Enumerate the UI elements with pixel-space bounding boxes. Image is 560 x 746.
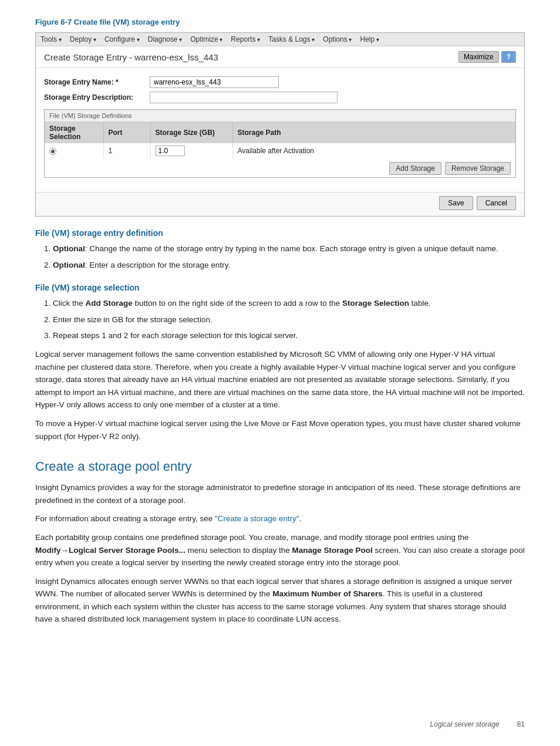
table-cell-size[interactable] (150, 143, 232, 158)
pool-para-2: For information about creating a storage… (35, 512, 525, 525)
menu-deploy[interactable]: Deploy (70, 35, 96, 43)
dialog-box: Tools Deploy Configure Diagnose Optimize… (35, 32, 525, 217)
storage-entry-name-row: Storage Entry Name: * (44, 76, 516, 88)
size-input[interactable] (156, 146, 185, 156)
para-hyper-v-1: Logical server management follows the sa… (35, 348, 525, 411)
file-vm-definition-list: Optional: Change the name of the storage… (35, 242, 525, 271)
pool-para-3-bold2: Logical Server Storage Pools... (69, 546, 185, 555)
selection-bold-1b: Storage Selection (342, 299, 409, 308)
table-cell-path: Available after Activation (232, 143, 515, 158)
file-vm-selection-heading: File (VM) storage selection (35, 283, 525, 292)
optional-bold-2: Optional (53, 261, 85, 269)
menu-help[interactable]: Help (360, 35, 379, 43)
pool-para-4-bold: Maximum Number of Sharers (272, 589, 383, 598)
selection-text-3: Repeat steps 1 and 2 for each storage se… (53, 331, 298, 340)
col-storage-size: Storage Size (GB) (150, 122, 232, 143)
pool-para-3-text: Each portability group contains one pred… (35, 533, 469, 542)
storage-entry-description-row: Storage Entry Description: (44, 92, 516, 103)
col-port: Port (103, 122, 150, 143)
create-storage-entry-link[interactable]: "Create a storage entry" (215, 514, 299, 523)
dialog-body: Storage Entry Name: * Storage Entry Desc… (36, 68, 524, 192)
menu-optimize[interactable]: Optimize (190, 35, 222, 43)
table-cell-port: 1 (103, 143, 150, 158)
selection-text-1a: Click the (53, 299, 86, 308)
chapter-heading-storage-pool: Create a storage pool entry (35, 459, 525, 474)
selection-text-1c: table. (409, 299, 431, 308)
help-button[interactable]: ? (501, 51, 516, 63)
maximize-button[interactable]: Maximize (458, 51, 499, 63)
dialog-header-buttons: Maximize ? (458, 51, 516, 63)
pool-para-3: Each portability group contains one pred… (35, 531, 525, 569)
remove-storage-button[interactable]: Remove Storage (445, 162, 511, 175)
optional-bold-1: Optional (53, 244, 85, 253)
col-storage-selection: Storage Selection (45, 122, 103, 143)
storage-entry-description-label: Storage Entry Description: (44, 93, 150, 102)
list-item: Optional: Change the name of the storage… (53, 242, 525, 255)
pool-para-3-arrow: → (61, 546, 69, 555)
menu-tools[interactable]: Tools (41, 35, 62, 43)
pool-para-2-suffix: . (299, 514, 302, 523)
table-cell-selection[interactable] (45, 143, 103, 158)
selection-bold-1a: Add Storage (86, 299, 133, 308)
dialog-menubar[interactable]: Tools Deploy Configure Diagnose Optimize… (36, 33, 524, 46)
menu-options[interactable]: Options (323, 35, 352, 43)
storage-actions: Add Storage Remove Storage (45, 158, 515, 177)
storage-entry-name-input[interactable] (150, 76, 279, 88)
table-row: 1 Available after Activation (45, 143, 515, 158)
file-vm-selection-list: Click the Add Storage button to on the r… (35, 297, 525, 342)
footer-label: Logical server storage (430, 720, 500, 728)
list-item: Repeat steps 1 and 2 for each storage se… (53, 329, 525, 342)
dialog-footer: Save Cancel (36, 192, 524, 216)
radio-button[interactable] (49, 148, 56, 155)
selection-text-2: Enter the size in GB for the storage sel… (53, 315, 212, 324)
storage-entry-name-label: Storage Entry Name: * (44, 78, 150, 86)
optional-text-2: : Enter a description for the storage en… (85, 261, 230, 269)
dialog-header-title: Create Storage Entry - warreno-esx_lss_4… (44, 52, 218, 62)
page-number: 81 (517, 720, 525, 728)
dialog-header: Create Storage Entry - warreno-esx_lss_4… (36, 46, 524, 68)
para-hyper-v-2: To move a Hyper-V virtual machine logica… (35, 417, 525, 443)
page-footer: Logical server storage 81 (430, 720, 525, 728)
menu-configure[interactable]: Configure (104, 35, 140, 43)
storage-table: Storage Selection Port Storage Size (GB)… (45, 122, 515, 158)
pool-para-3-mid: menu selection to display the (185, 546, 292, 555)
pool-para-4: Insight Dynamics allocates enough server… (35, 575, 525, 626)
menu-reports[interactable]: Reports (231, 35, 260, 43)
pool-para-3-bold3: Manage Storage Pool (292, 546, 372, 555)
storage-defs-group: File (VM) Storage Definitions Storage Se… (44, 109, 516, 178)
optional-text-1: : Change the name of the storage entry b… (85, 244, 498, 253)
list-item: Click the Add Storage button to on the r… (53, 297, 525, 310)
menu-diagnose[interactable]: Diagnose (148, 35, 182, 43)
file-vm-definition-heading: File (VM) storage entry definition (35, 228, 525, 238)
storage-defs-legend: File (VM) Storage Definitions (45, 110, 515, 122)
col-storage-path: Storage Path (232, 122, 515, 143)
pool-para-3-bold1: Modify (35, 546, 61, 555)
save-button[interactable]: Save (439, 196, 473, 210)
figure-title: Figure 6-7 Create file (VM) storage entr… (35, 18, 525, 26)
list-item: Optional: Enter a description for the st… (53, 259, 525, 272)
add-storage-button[interactable]: Add Storage (389, 162, 441, 175)
selection-text-1b: button to on the right side of the scree… (133, 299, 342, 308)
list-item: Enter the size in GB for the storage sel… (53, 313, 525, 326)
cancel-button[interactable]: Cancel (477, 196, 516, 210)
storage-entry-description-input[interactable] (150, 92, 338, 103)
menu-tasks-logs[interactable]: Tasks & Logs (268, 35, 315, 43)
pool-para-1: Insight Dynamics provides a way for the … (35, 481, 525, 507)
pool-para-2-prefix: For information about creating a storage… (35, 514, 215, 523)
